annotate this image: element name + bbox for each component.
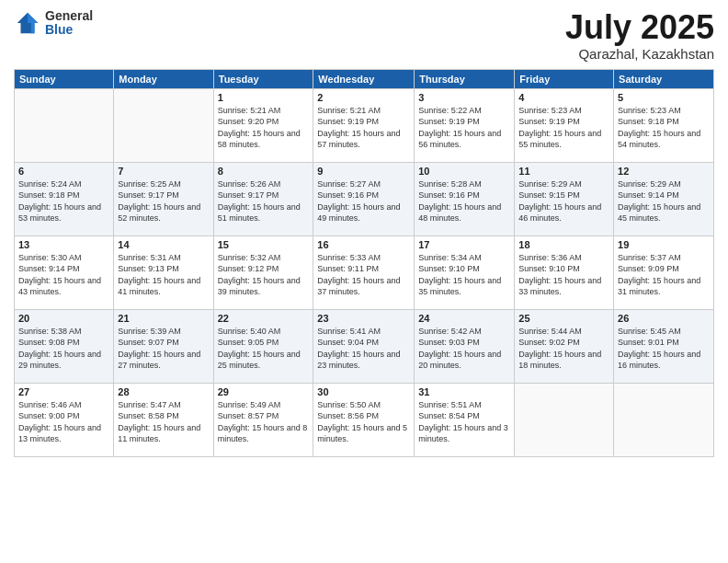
day-cell-w2-d5: 10Sunrise: 5:28 AMSunset: 9:16 PMDayligh… [415,162,515,236]
location-text: Qarazhal, Kazakhstan [565,46,714,62]
day-cell-w1-d2 [114,88,213,162]
day-number: 3 [418,92,510,103]
header-tuesday: Tuesday [213,69,313,88]
day-number: 15 [218,239,310,250]
day-info: Sunrise: 5:50 AMSunset: 8:56 PMDaylight:… [317,399,410,445]
week-row-4: 20Sunrise: 5:38 AMSunset: 9:08 PMDayligh… [15,309,714,383]
header-saturday: Saturday [614,69,714,88]
calendar-table: Sunday Monday Tuesday Wednesday Thursday… [14,69,714,457]
day-cell-w4-d6: 25Sunrise: 5:44 AMSunset: 9:02 PMDayligh… [515,309,614,383]
day-number: 14 [118,239,209,250]
day-cell-w1-d5: 3Sunrise: 5:22 AMSunset: 9:19 PMDaylight… [415,88,515,162]
day-number: 16 [317,239,410,250]
day-info: Sunrise: 5:38 AMSunset: 9:08 PMDaylight:… [18,326,109,372]
day-info: Sunrise: 5:23 AMSunset: 9:19 PMDaylight:… [518,105,609,151]
header-thursday: Thursday [415,69,515,88]
day-cell-w2-d2: 7Sunrise: 5:25 AMSunset: 9:17 PMDaylight… [114,162,213,236]
day-info: Sunrise: 5:29 AMSunset: 9:15 PMDaylight:… [518,178,609,224]
day-cell-w1-d4: 2Sunrise: 5:21 AMSunset: 9:19 PMDaylight… [313,88,415,162]
day-info: Sunrise: 5:45 AMSunset: 9:01 PMDaylight:… [618,326,710,372]
day-cell-w4-d1: 20Sunrise: 5:38 AMSunset: 9:08 PMDayligh… [15,309,114,383]
day-cell-w4-d7: 26Sunrise: 5:45 AMSunset: 9:01 PMDayligh… [614,309,714,383]
day-cell-w4-d4: 23Sunrise: 5:41 AMSunset: 9:04 PMDayligh… [313,309,415,383]
day-info: Sunrise: 5:37 AMSunset: 9:09 PMDaylight:… [618,252,710,298]
header-monday: Monday [114,69,213,88]
day-cell-w2-d6: 11Sunrise: 5:29 AMSunset: 9:15 PMDayligh… [515,162,614,236]
day-cell-w1-d3: 1Sunrise: 5:21 AMSunset: 9:20 PMDaylight… [213,88,313,162]
day-number: 20 [18,313,109,324]
day-number: 5 [618,92,710,103]
day-info: Sunrise: 5:39 AMSunset: 9:07 PMDaylight:… [118,326,209,372]
day-info: Sunrise: 5:24 AMSunset: 9:18 PMDaylight:… [18,178,109,224]
logo-icon [14,9,41,37]
day-number: 24 [418,313,510,324]
day-cell-w4-d3: 22Sunrise: 5:40 AMSunset: 9:05 PMDayligh… [213,309,313,383]
day-info: Sunrise: 5:30 AMSunset: 9:14 PMDaylight:… [18,252,109,298]
day-number: 19 [618,239,710,250]
day-number: 21 [118,313,209,324]
day-number: 29 [218,386,310,397]
day-cell-w3-d7: 19Sunrise: 5:37 AMSunset: 9:09 PMDayligh… [614,236,714,309]
week-row-2: 6Sunrise: 5:24 AMSunset: 9:18 PMDaylight… [15,162,714,236]
day-number: 6 [18,166,109,177]
weekday-header-row: Sunday Monday Tuesday Wednesday Thursday… [15,69,714,88]
day-info: Sunrise: 5:29 AMSunset: 9:14 PMDaylight:… [618,178,710,224]
day-cell-w5-d3: 29Sunrise: 5:49 AMSunset: 8:57 PMDayligh… [213,383,313,456]
day-info: Sunrise: 5:42 AMSunset: 9:03 PMDaylight:… [418,326,510,372]
day-info: Sunrise: 5:23 AMSunset: 9:18 PMDaylight:… [618,105,710,151]
day-cell-w3-d6: 18Sunrise: 5:36 AMSunset: 9:10 PMDayligh… [515,236,614,309]
day-cell-w4-d5: 24Sunrise: 5:42 AMSunset: 9:03 PMDayligh… [415,309,515,383]
title-block: July 2025 Qarazhal, Kazakhstan [565,9,714,62]
day-cell-w1-d7: 5Sunrise: 5:23 AMSunset: 9:18 PMDaylight… [614,88,714,162]
day-cell-w3-d2: 14Sunrise: 5:31 AMSunset: 9:13 PMDayligh… [114,236,213,309]
day-info: Sunrise: 5:31 AMSunset: 9:13 PMDaylight:… [118,252,209,298]
day-info: Sunrise: 5:21 AMSunset: 9:19 PMDaylight:… [317,105,410,151]
day-number: 25 [518,313,609,324]
day-info: Sunrise: 5:25 AMSunset: 9:17 PMDaylight:… [118,178,209,224]
day-info: Sunrise: 5:21 AMSunset: 9:20 PMDaylight:… [218,105,310,151]
day-number: 7 [118,166,209,177]
day-info: Sunrise: 5:44 AMSunset: 9:02 PMDaylight:… [518,326,609,372]
day-number: 10 [418,166,510,177]
day-cell-w2-d7: 12Sunrise: 5:29 AMSunset: 9:14 PMDayligh… [614,162,714,236]
day-cell-w5-d4: 30Sunrise: 5:50 AMSunset: 8:56 PMDayligh… [313,383,415,456]
day-cell-w2-d3: 8Sunrise: 5:26 AMSunset: 9:17 PMDaylight… [213,162,313,236]
week-row-1: 1Sunrise: 5:21 AMSunset: 9:20 PMDaylight… [15,88,714,162]
logo-blue-text: Blue [45,23,93,37]
day-number: 2 [317,92,410,103]
logo-text: General Blue [45,9,93,38]
day-number: 1 [218,92,310,103]
day-number: 4 [518,92,609,103]
week-row-3: 13Sunrise: 5:30 AMSunset: 9:14 PMDayligh… [15,236,714,309]
header: General Blue July 2025 Qarazhal, Kazakhs… [14,9,714,62]
day-info: Sunrise: 5:28 AMSunset: 9:16 PMDaylight:… [418,178,510,224]
day-info: Sunrise: 5:49 AMSunset: 8:57 PMDaylight:… [218,399,310,445]
day-number: 27 [18,386,109,397]
header-sunday: Sunday [15,69,114,88]
day-number: 12 [618,166,710,177]
day-info: Sunrise: 5:40 AMSunset: 9:05 PMDaylight:… [218,326,310,372]
day-number: 23 [317,313,410,324]
day-cell-w5-d5: 31Sunrise: 5:51 AMSunset: 8:54 PMDayligh… [415,383,515,456]
day-info: Sunrise: 5:34 AMSunset: 9:10 PMDaylight:… [418,252,510,298]
logo: General Blue [14,9,93,38]
header-friday: Friday [515,69,614,88]
day-info: Sunrise: 5:51 AMSunset: 8:54 PMDaylight:… [418,399,510,445]
week-row-5: 27Sunrise: 5:46 AMSunset: 9:00 PMDayligh… [15,383,714,456]
day-cell-w5-d2: 28Sunrise: 5:47 AMSunset: 8:58 PMDayligh… [114,383,213,456]
day-info: Sunrise: 5:41 AMSunset: 9:04 PMDaylight:… [317,326,410,372]
day-number: 8 [218,166,310,177]
header-wednesday: Wednesday [313,69,415,88]
day-number: 13 [18,239,109,250]
day-cell-w5-d6 [515,383,614,456]
day-cell-w3-d5: 17Sunrise: 5:34 AMSunset: 9:10 PMDayligh… [415,236,515,309]
day-info: Sunrise: 5:33 AMSunset: 9:11 PMDaylight:… [317,252,410,298]
day-cell-w2-d1: 6Sunrise: 5:24 AMSunset: 9:18 PMDaylight… [15,162,114,236]
day-cell-w5-d7 [614,383,714,456]
day-number: 28 [118,386,209,397]
day-cell-w3-d4: 16Sunrise: 5:33 AMSunset: 9:11 PMDayligh… [313,236,415,309]
day-info: Sunrise: 5:27 AMSunset: 9:16 PMDaylight:… [317,178,410,224]
day-cell-w5-d1: 27Sunrise: 5:46 AMSunset: 9:00 PMDayligh… [15,383,114,456]
month-year-title: July 2025 [565,9,714,46]
day-info: Sunrise: 5:46 AMSunset: 9:00 PMDaylight:… [18,399,109,445]
